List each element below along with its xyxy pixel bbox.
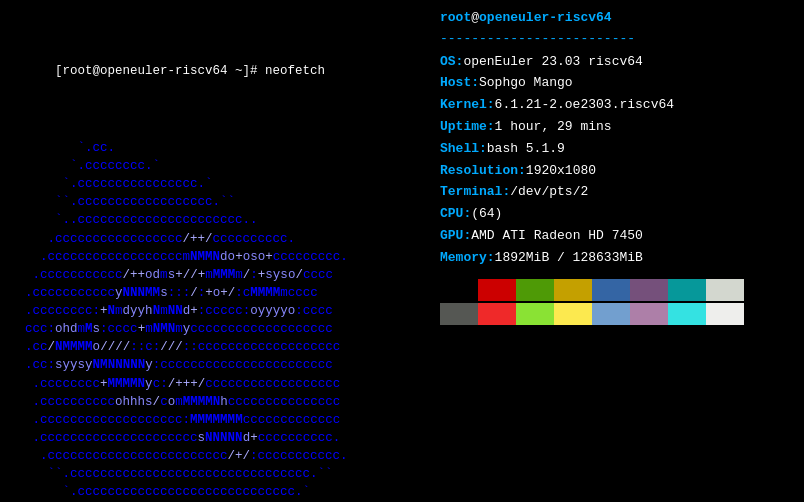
color-swatch	[516, 279, 554, 301]
color-swatch	[554, 279, 592, 301]
ascii-line: .cccccccccccccccccccccsNNNNNd+cccccccccc…	[10, 429, 430, 447]
ascii-line: .ccccccccccccccccc/++/cccccccccc.	[10, 230, 430, 248]
info-lines: OS: openEuler 23.03 riscv64Host: Sophgo …	[440, 52, 794, 269]
info-key: Shell:	[440, 139, 487, 160]
ascii-line: ``.cccccccccccccccccccccccccccccccc.``	[10, 465, 430, 483]
info-value: 1920x1080	[526, 161, 596, 182]
color-swatch	[554, 303, 592, 325]
ascii-line: `.cccccccccccccccc.`	[10, 175, 430, 193]
color-swatch	[630, 279, 668, 301]
color-swatch	[668, 303, 706, 325]
info-item: OS: openEuler 23.03 riscv64	[440, 52, 794, 73]
ascii-line: `..cccccccccccccccccccccc..	[10, 211, 430, 229]
ascii-line: `.ccccccccccccccccccccccccccccc.`	[10, 483, 430, 501]
info-key: Kernel:	[440, 95, 495, 116]
ascii-line: .ccccccccccc/++odms+//+mMMMm/:+syso/cccc	[10, 266, 430, 284]
color-swatch	[706, 279, 744, 301]
palette-row-2	[440, 303, 794, 325]
info-item: Memory: 1892MiB / 128633MiB	[440, 248, 794, 269]
color-swatch	[630, 303, 668, 325]
info-key: GPU:	[440, 226, 471, 247]
info-key: Memory:	[440, 248, 495, 269]
ascii-line: .cccccccccccyNNNMMs:::/:+o+/:cMMMMmcccc	[10, 284, 430, 302]
info-key: Uptime:	[440, 117, 495, 138]
info-value: bash 5.1.9	[487, 139, 565, 160]
info-key: OS:	[440, 52, 463, 73]
terminal: [root@openeuler-riscv64 ~]# neofetch `.c…	[0, 0, 804, 502]
info-value: Sophgo Mango	[479, 73, 573, 94]
ascii-line: ccc:ohdmMs:cccc+mNMNmycccccccccccccccccc…	[10, 320, 430, 338]
info-value: /dev/pts/2	[510, 182, 588, 203]
info-item: Host: Sophgo Mango	[440, 73, 794, 94]
info-item: Shell: bash 5.1.9	[440, 139, 794, 160]
color-swatch	[516, 303, 554, 325]
prompt-line: [root@openeuler-riscv64 ~]# neofetch	[10, 44, 430, 98]
color-swatch	[440, 303, 478, 325]
ascii-line: `.cccccccc.`	[10, 157, 430, 175]
info-item: Resolution: 1920x1080	[440, 161, 794, 182]
separator: -------------------------	[440, 29, 794, 50]
prompt-text: [root@openeuler-riscv64 ~]# neofetch	[55, 64, 325, 78]
ascii-line: .cccccccc:+NmdyyhNmNNd+:ccccc:oyyyyo:ccc…	[10, 302, 430, 320]
color-swatch	[592, 303, 630, 325]
ascii-line: .ccccccccccccccccccmNMMNdo+oso+ccccccccc…	[10, 248, 430, 266]
color-swatch	[706, 303, 744, 325]
ascii-line: .ccccccccccccccccccc:MMMMMMMcccccccccccc…	[10, 411, 430, 429]
color-swatch	[478, 303, 516, 325]
color-palette	[440, 279, 794, 325]
info-item: Terminal: /dev/pts/2	[440, 182, 794, 203]
color-swatch	[440, 279, 478, 301]
ascii-line: .cc/NMMMMo////::c:///::ccccccccccccccccc…	[10, 338, 430, 356]
info-item: GPU: AMD ATI Radeon HD 7450	[440, 226, 794, 247]
palette-row-1	[440, 279, 794, 301]
ascii-art: `.cc. `.cccccccc.` `.cccccccccccccccc.` …	[10, 139, 430, 502]
ascii-line: .ccccccccccohhhs/comMMMMNhcccccccccccccc…	[10, 393, 430, 411]
info-key: Terminal:	[440, 182, 510, 203]
hostname: openeuler-riscv64	[479, 8, 612, 29]
ascii-line: .cc:syysyNMNNNNNy:cccccccccccccccccccccc…	[10, 356, 430, 374]
ascii-art-panel: [root@openeuler-riscv64 ~]# neofetch `.c…	[10, 8, 430, 494]
info-key: Host:	[440, 73, 479, 94]
ascii-line: .cccccccccccccccccccccccc/+/:ccccccccccc…	[10, 447, 430, 465]
info-value: 1 hour, 29 mins	[495, 117, 612, 138]
info-item: Uptime: 1 hour, 29 mins	[440, 117, 794, 138]
info-item: CPU: (64)	[440, 204, 794, 225]
ascii-line: ``.cccccccccccccccccc.``	[10, 193, 430, 211]
info-key: Resolution:	[440, 161, 526, 182]
ascii-line: .cccccccc+MMMMNyc:/+++/ccccccccccccccccc…	[10, 375, 430, 393]
info-value: AMD ATI Radeon HD 7450	[471, 226, 643, 247]
info-value: (64)	[471, 204, 502, 225]
info-value: 6.1.21-2.oe2303.riscv64	[495, 95, 674, 116]
user-host-line: root@openeuler-riscv64	[440, 8, 794, 29]
color-swatch	[592, 279, 630, 301]
ascii-line: `.cc.	[10, 139, 430, 157]
info-item: Kernel: 6.1.21-2.oe2303.riscv64	[440, 95, 794, 116]
info-value: openEuler 23.03 riscv64	[463, 52, 642, 73]
color-swatch	[668, 279, 706, 301]
info-key: CPU:	[440, 204, 471, 225]
username: root	[440, 8, 471, 29]
info-panel: root@openeuler-riscv64 -----------------…	[430, 8, 794, 494]
at-sign: @	[471, 8, 479, 29]
info-value: 1892MiB / 128633MiB	[495, 248, 643, 269]
color-swatch	[478, 279, 516, 301]
